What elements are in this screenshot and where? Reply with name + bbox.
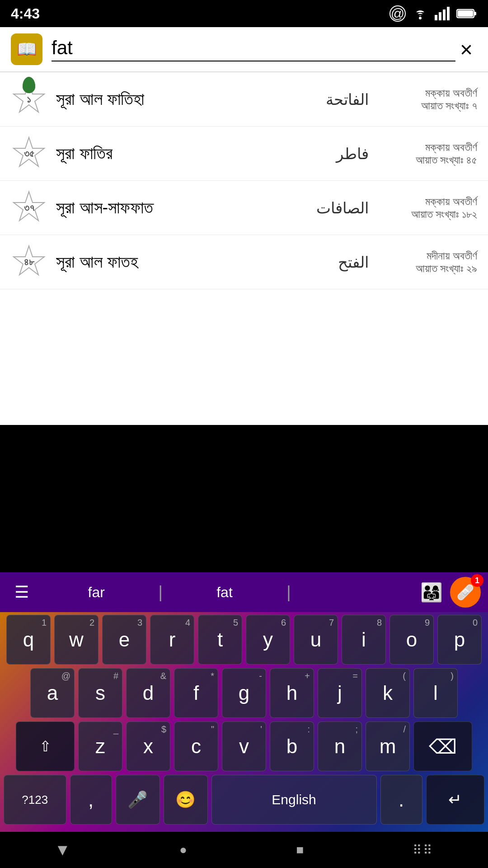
keyboard-row-3: ⇧ _z $x "c 'v :b ;n /m ⌫ (4, 722, 484, 771)
surah-number: ৩৭ (24, 202, 34, 214)
svg-rect-4 (447, 7, 450, 20)
surah-name-bengali: সূরা ফাতির (56, 144, 314, 164)
search-bar: 📖 fat × (0, 27, 488, 72)
surah-number-badge: ৩৫ (11, 136, 47, 172)
key-b[interactable]: :b (270, 722, 314, 771)
first-aid-button[interactable]: 🩹 1 (450, 577, 481, 608)
surah-meta-ayat: আয়াত সংখ্যাঃ ২৯ (378, 262, 477, 275)
svg-rect-6 (474, 12, 476, 15)
keyboard-menu-icon[interactable]: ☰ (7, 578, 36, 606)
key-f[interactable]: *f (174, 668, 218, 718)
key-emoji[interactable]: 😊 (164, 775, 208, 825)
surah-meta-origin: মক্কায় অবতীর্ণ (378, 141, 477, 154)
svg-point-0 (419, 17, 422, 19)
close-button[interactable]: × (455, 37, 477, 62)
key-y[interactable]: 6y (246, 615, 290, 665)
key-x[interactable]: $x (126, 722, 170, 771)
key-n-secondary: ; (355, 724, 358, 735)
key-o[interactable]: 9o (389, 615, 434, 665)
suggestion-fat[interactable]: fat (164, 580, 285, 604)
key-num-toggle[interactable]: ?123 (4, 775, 66, 825)
surah-item[interactable]: ৪৮সূরা আল ফাতহالفتحমদীনায় অবতীর্ণ আয়াত… (0, 235, 488, 289)
key-p-secondary: 0 (473, 618, 478, 628)
keyboard-row-4: ?123 , 🎤 😊 English . ↵ (4, 775, 484, 825)
key-q[interactable]: 1q (6, 615, 51, 665)
suggestion-far[interactable]: far (36, 580, 156, 604)
key-i[interactable]: 8i (342, 615, 386, 665)
key-z-secondary: _ (113, 724, 118, 735)
svg-rect-1 (435, 15, 437, 20)
surah-name-arabic: الصافات (316, 199, 369, 217)
key-a[interactable]: @a (30, 668, 75, 718)
search-input[interactable]: fat (52, 37, 455, 61)
surah-number-badge: ৩৭ (11, 190, 47, 226)
key-backspace[interactable]: ⌫ (413, 722, 472, 771)
status-time: 4:43 (11, 5, 40, 22)
key-shift[interactable]: ⇧ (16, 722, 75, 771)
key-l[interactable]: )l (413, 668, 458, 718)
keyboard-suggestions-bar: ☰ far | fat | 👨‍👩‍👧 🩹 1 (0, 572, 488, 612)
key-s[interactable]: #s (78, 668, 122, 718)
key-v[interactable]: 'v (222, 722, 266, 771)
key-k[interactable]: (k (366, 668, 410, 718)
drop-indicator-overlay (23, 77, 35, 93)
nav-bar: ▼ ● ■ ⠿⠿ (0, 832, 488, 868)
battery-icon (456, 8, 477, 19)
nav-home-icon[interactable]: ● (179, 843, 187, 857)
key-l-secondary: ) (450, 671, 454, 681)
key-z[interactable]: _z (78, 722, 122, 771)
key-o-secondary: 9 (425, 618, 430, 628)
key-g-secondary: - (259, 671, 262, 681)
svg-rect-2 (439, 12, 441, 20)
key-space[interactable]: English (211, 775, 377, 825)
key-u-secondary: 7 (329, 618, 334, 628)
surah-name-arabic: الفتح (324, 253, 369, 271)
key-v-secondary: ' (260, 724, 262, 735)
app-icon-emoji: 📖 (17, 40, 37, 59)
key-r[interactable]: 4r (150, 615, 194, 665)
key-y-secondary: 6 (281, 618, 286, 628)
key-m[interactable]: /m (366, 722, 410, 771)
surah-name-arabic: الفاتحة (324, 90, 369, 108)
key-p[interactable]: 0p (437, 615, 482, 665)
key-dot[interactable]: . (380, 775, 422, 825)
nav-keyboard-icon[interactable]: ⠿⠿ (413, 843, 433, 858)
keyboard-row-2: @a #s &d *f -g +h =j (k )l (4, 668, 484, 718)
surah-meta-ayat: আয়াত সংখ্যাঃ ৪৫ (378, 154, 477, 166)
key-x-secondary: $ (161, 724, 166, 735)
key-h[interactable]: +h (270, 668, 314, 718)
emoji-family-icon[interactable]: 👨‍👩‍👧 (413, 582, 450, 603)
key-k-secondary: ( (403, 671, 406, 681)
nav-back-icon[interactable]: ▼ (55, 840, 71, 859)
key-t[interactable]: 5t (198, 615, 242, 665)
surah-item[interactable]: ৩৫সূরা ফাতিরفاطرমক্কায় অবতীর্ণ আয়াত সং… (0, 127, 488, 181)
key-comma[interactable]: , (70, 775, 112, 825)
suggestion-empty (293, 589, 413, 596)
key-n[interactable]: ;n (318, 722, 362, 771)
key-return[interactable]: ↵ (426, 775, 484, 825)
key-w[interactable]: 2w (54, 615, 99, 665)
key-microphone[interactable]: 🎤 (116, 775, 160, 825)
svg-rect-7 (458, 10, 473, 17)
key-e[interactable]: 3e (102, 615, 146, 665)
nav-recents-icon[interactable]: ■ (296, 843, 304, 857)
surah-meta-origin: মক্কায় অবতীর্ণ (378, 87, 477, 99)
surah-item[interactable]: ১সূরা আল ফাতিহাالفاتحةমক্কায় অবতীর্ণ আয… (0, 72, 488, 127)
keyboard-row-1: 1q 2w 3e 4r 5t 6y 7u 8i 9o 0p (4, 615, 484, 665)
surah-meta-ayat: আয়াত সংখ্যাঃ ৭ (378, 99, 477, 112)
key-g[interactable]: -g (222, 668, 266, 718)
key-u[interactable]: 7u (294, 615, 338, 665)
key-c[interactable]: "c (174, 722, 218, 771)
key-i-secondary: 8 (377, 618, 382, 628)
surah-item[interactable]: ৩৭সূরা আস-সাফফাতالصافاتমক্কায় অবতীর্ণ আ… (0, 181, 488, 235)
app-icon[interactable]: 📖 (11, 33, 42, 65)
key-c-secondary: " (211, 724, 214, 735)
surah-meta-origin: মদীনায় অবতীর্ণ (378, 250, 477, 262)
surah-number: ৩৫ (24, 148, 34, 160)
key-s-secondary: # (113, 671, 118, 681)
key-d[interactable]: &d (126, 668, 170, 718)
key-j[interactable]: =j (318, 668, 362, 718)
key-j-secondary: = (352, 671, 358, 681)
surah-name-bengali: সূরা আল ফাতহ (56, 252, 314, 272)
key-q-secondary: 1 (42, 618, 47, 628)
